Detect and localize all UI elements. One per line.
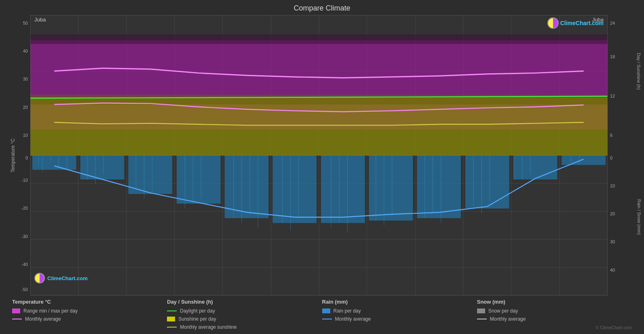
legend-col-sunshine: Day / Sunshine (h) Daylight per day Suns…: [167, 299, 322, 330]
legend-line-snow-avg: [477, 319, 487, 319]
legend-label-temp-range: Range min / max per day: [23, 308, 78, 314]
climate-chart: [30, 15, 608, 296]
y-tick-n40: -40: [21, 262, 28, 267]
svg-rect-31: [177, 155, 221, 204]
legend-item-daylight: Daylight per day: [167, 308, 322, 314]
legend-item-rain: Rain per day: [322, 308, 477, 314]
svg-rect-37: [465, 155, 509, 208]
legend-label-temp-avg: Monthly average: [25, 316, 61, 322]
legend-line-daylight: [167, 311, 177, 311]
y-tick-40: 40: [23, 49, 28, 53]
legend-label-rain: Rain per day: [334, 308, 361, 314]
y-axis-right-label-bottom: Rain / Snow (mm): [637, 199, 642, 235]
legend-item-snow: Snow per day: [477, 308, 632, 314]
legend-area: Temperature °C Range min / max per day M…: [8, 299, 636, 330]
legend-label-snow: Snow per day: [488, 308, 518, 314]
y-tick-right-0: 0: [610, 155, 612, 160]
legend-title-rain: Rain (mm): [322, 299, 477, 305]
y-tick-right-18: 18: [610, 54, 615, 59]
y-tick-50: 50: [23, 21, 28, 26]
svg-rect-29: [80, 155, 125, 180]
watermark-url-top: ClimeChart.com: [560, 20, 604, 26]
legend-swatch-temp-range: [12, 308, 20, 313]
legend-swatch-sunshine: [167, 317, 175, 321]
svg-rect-28: [32, 155, 76, 170]
y-tick-0: 0: [25, 155, 28, 160]
y-tick-right-rain-10: 10: [610, 183, 615, 188]
y-tick-right-24: 24: [610, 21, 615, 26]
watermark-top: ClimeChart.com: [547, 17, 604, 29]
legend-swatch-snow: [477, 308, 485, 313]
y-axis-left-label: Temperature °C: [10, 138, 16, 172]
legend-title-snow: Snow (mm): [477, 299, 632, 305]
svg-rect-35: [369, 155, 413, 221]
y-tick-20: 20: [23, 105, 28, 110]
svg-rect-38: [513, 155, 557, 180]
legend-title-temperature: Temperature °C: [12, 299, 167, 305]
legend-item-sunshine-avg: Monthly average sunshine: [167, 324, 322, 330]
watermark-url-bottom: ClimeChart.com: [47, 275, 88, 281]
legend-line-temp-avg: [12, 319, 22, 319]
legend-item-rain-avg: Monthly average: [322, 316, 477, 322]
svg-rect-39: [562, 155, 606, 165]
legend-line-sunshine-avg: [167, 327, 177, 328]
y-tick-right-rain-20: 20: [610, 211, 615, 216]
legend-item-snow-avg: Monthly average: [477, 316, 632, 322]
logo-icon-bottom: [34, 273, 45, 283]
legend-label-sunshine-avg: Monthly average sunshine: [180, 324, 236, 330]
y-tick-right-rain-30: 30: [610, 239, 615, 244]
svg-rect-33: [272, 155, 317, 223]
city-label-left: Juba: [34, 17, 46, 23]
y-tick-n50: -50: [21, 287, 28, 292]
y-axis-right-label-top: Day / Sunshine (h): [636, 53, 641, 89]
legend-item-temp-range: Range min / max per day: [12, 308, 167, 314]
legend-swatch-rain: [322, 308, 330, 313]
watermark-bottom-left: ClimeChart.com: [34, 273, 88, 283]
legend-col-temperature: Temperature °C Range min / max per day M…: [12, 299, 167, 330]
legend-item-sunshine: Sunshine per day: [167, 316, 322, 322]
y-tick-30: 30: [23, 77, 28, 81]
svg-rect-36: [417, 155, 461, 218]
legend-label-sunshine: Sunshine per day: [178, 316, 216, 322]
svg-rect-26: [30, 97, 608, 155]
legend-label-daylight: Daylight per day: [180, 308, 215, 314]
y-tick-right-rain-40: 40: [610, 268, 615, 272]
copyright: © ClimeChart.com: [595, 325, 632, 330]
logo-icon-top: [547, 17, 559, 29]
legend-col-rain: Rain (mm) Rain per day Monthly average: [322, 299, 477, 330]
page-title: Compare Climate: [8, 4, 636, 13]
y-tick-right-12: 12: [610, 94, 615, 98]
legend-line-rain-avg: [322, 319, 332, 319]
legend-label-snow-avg: Monthly average: [490, 316, 526, 322]
y-tick-n30: -30: [21, 234, 28, 239]
y-tick-right-6: 6: [610, 133, 612, 138]
legend-label-rain-avg: Monthly average: [335, 316, 371, 322]
svg-rect-34: [321, 155, 365, 223]
legend-title-sunshine: Day / Sunshine (h): [167, 299, 322, 305]
legend-item-temp-avg: Monthly average: [12, 316, 167, 322]
y-tick-n10: -10: [21, 178, 28, 183]
y-tick-n20: -20: [21, 206, 28, 211]
legend-col-snow: Snow (mm) Snow per day Monthly average ©…: [477, 299, 632, 330]
svg-rect-25: [30, 34, 608, 44]
y-tick-10: 10: [23, 133, 28, 138]
